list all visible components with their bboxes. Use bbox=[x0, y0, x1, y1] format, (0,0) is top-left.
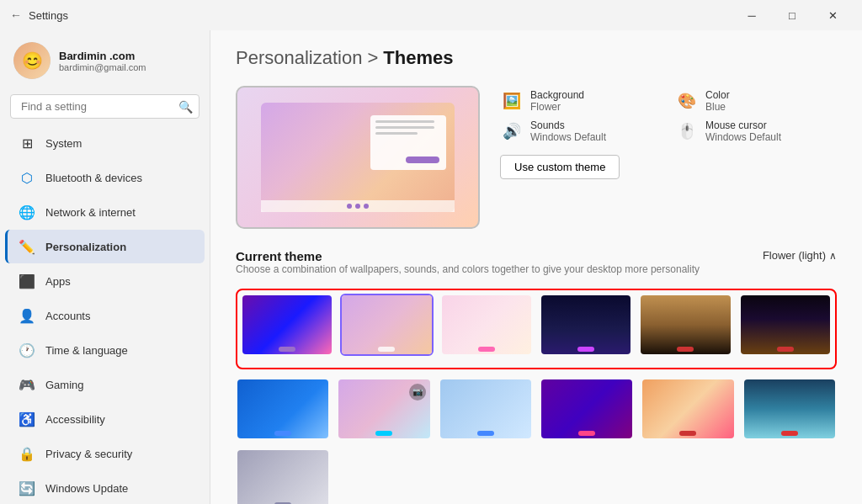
accounts-label: Accounts bbox=[45, 310, 90, 322]
search-icon: 🔍 bbox=[178, 100, 193, 114]
sidebar-item-system[interactable]: ⊞ System bbox=[5, 126, 205, 160]
sidebar-item-privacy[interactable]: 🔒 Privacy & security bbox=[5, 437, 205, 470]
preview-line-3 bbox=[375, 132, 418, 135]
sidebar-item-network[interactable]: 🌐 Network & internet bbox=[5, 195, 205, 229]
update-icon: 🔄 bbox=[19, 480, 35, 496]
theme-thumb-9[interactable] bbox=[439, 378, 533, 441]
sounds-icon: 🔊 bbox=[500, 119, 524, 143]
taskbar-dot-3 bbox=[364, 204, 369, 209]
taskbar-dot-2 bbox=[355, 204, 360, 209]
theme-thumb-8[interactable]: 📷 bbox=[337, 378, 431, 441]
theme-taskbar-9 bbox=[440, 428, 531, 438]
use-custom-theme-button[interactable]: Use custom theme bbox=[500, 155, 620, 179]
theme-taskbar-5 bbox=[641, 344, 730, 354]
breadcrumb-current: Themes bbox=[383, 47, 453, 69]
back-icon[interactable]: ← bbox=[10, 8, 22, 22]
current-theme-info: Current theme Choose a combination of wa… bbox=[236, 249, 700, 285]
sidebar-item-apps[interactable]: ⬛ Apps bbox=[5, 264, 205, 298]
sidebar-item-accounts[interactable]: 👤 Accounts bbox=[5, 299, 205, 332]
background-label: Background bbox=[530, 89, 584, 101]
sidebar-item-bluetooth[interactable]: ⬡ Bluetooth & devices bbox=[5, 161, 205, 194]
sidebar-item-gaming[interactable]: 🎮 Gaming bbox=[5, 368, 205, 401]
preview-line-1 bbox=[375, 120, 434, 123]
privacy-label: Privacy & security bbox=[45, 448, 132, 460]
main-content: Personalization > Themes bbox=[210, 30, 862, 504]
flower-light-label: Flower (light) bbox=[763, 249, 826, 262]
breadcrumb-separator: > bbox=[367, 47, 378, 69]
user-email: bardimin@gmail.com bbox=[59, 62, 146, 72]
themes-grid-row3 bbox=[236, 448, 837, 504]
themes-grid-row1 bbox=[241, 294, 832, 356]
theme-thumb-4[interactable] bbox=[540, 294, 632, 356]
theme-thumb-5[interactable] bbox=[639, 294, 732, 356]
maximize-button[interactable]: □ bbox=[773, 3, 811, 27]
minimize-button[interactable]: ─ bbox=[732, 3, 771, 27]
current-theme-title: Current theme bbox=[236, 249, 700, 263]
sounds-label: Sounds bbox=[530, 119, 606, 131]
close-button[interactable]: ✕ bbox=[813, 3, 852, 27]
preview-btn-strip bbox=[406, 157, 439, 163]
accessibility-label: Accessibility bbox=[45, 413, 105, 426]
gaming-icon: 🎮 bbox=[19, 376, 35, 393]
taskbar-btn-5 bbox=[677, 347, 694, 352]
network-icon: 🌐 bbox=[19, 204, 35, 220]
taskbar-btn-2 bbox=[378, 347, 395, 352]
taskbar-dot-1 bbox=[347, 204, 352, 209]
theme-thumb-13[interactable] bbox=[236, 448, 330, 504]
taskbar-btn-8 bbox=[375, 431, 392, 436]
sidebar-item-personalization[interactable]: ✏️ Personalization bbox=[5, 230, 205, 263]
theme-thumb-10[interactable] bbox=[540, 378, 634, 441]
bluetooth-icon: ⬡ bbox=[19, 169, 35, 186]
theme-thumb-13-bg bbox=[237, 450, 328, 504]
theme-thumb-1[interactable] bbox=[241, 294, 333, 356]
taskbar-btn-3 bbox=[478, 347, 495, 352]
title-bar-left: ← Settings bbox=[10, 8, 68, 22]
theme-thumb-12[interactable] bbox=[742, 378, 837, 441]
privacy-icon: 🔒 bbox=[19, 445, 35, 462]
color-prop: 🎨 Color Blue bbox=[675, 89, 837, 113]
sidebar-nav: ⊞ System ⬡ Bluetooth & devices 🌐 Network… bbox=[0, 125, 210, 504]
sidebar-item-accessibility[interactable]: ♿ Accessibility bbox=[5, 402, 205, 436]
taskbar-btn-1 bbox=[279, 347, 295, 352]
system-icon: ⊞ bbox=[19, 135, 35, 151]
sidebar-item-update[interactable]: 🔄 Windows Update bbox=[5, 471, 205, 504]
background-text: Background Flower bbox=[530, 89, 584, 113]
apps-label: Apps bbox=[45, 275, 71, 288]
color-label: Color bbox=[705, 89, 730, 101]
theme-thumb-7[interactable] bbox=[236, 378, 330, 441]
sidebar-item-time[interactable]: 🕐 Time & language bbox=[5, 333, 205, 367]
taskbar-btn-11 bbox=[679, 431, 696, 436]
apps-icon: ⬛ bbox=[19, 273, 35, 289]
theme-taskbar-13 bbox=[237, 500, 328, 504]
time-icon: 🕐 bbox=[19, 342, 35, 358]
avatar: 😊 bbox=[13, 42, 51, 79]
theme-props: 🖼️ Background Flower 🎨 Color Blue bbox=[500, 89, 837, 143]
current-theme-desc: Choose a combination of wallpapers, soun… bbox=[236, 263, 700, 275]
theme-thumb-11[interactable] bbox=[641, 378, 735, 441]
time-label: Time & language bbox=[45, 344, 128, 357]
taskbar-btn-7 bbox=[274, 431, 291, 436]
theme-preview-section: 🖼️ Background Flower 🎨 Color Blue bbox=[236, 86, 837, 229]
background-icon: 🖼️ bbox=[500, 89, 524, 113]
background-value: Flower bbox=[530, 101, 584, 113]
personalization-label: Personalization bbox=[45, 241, 126, 253]
current-theme-header: Current theme Choose a combination of wa… bbox=[236, 249, 837, 285]
themes-grid-row2: 📷 bbox=[236, 378, 837, 441]
accessibility-icon: ♿ bbox=[19, 411, 35, 427]
sounds-prop: 🔊 Sounds Windows Default bbox=[500, 119, 662, 143]
sounds-value: Windows Default bbox=[530, 131, 606, 143]
preview-lines bbox=[375, 120, 441, 135]
theme-taskbar-7 bbox=[237, 428, 328, 438]
mouse-cursor-text: Mouse cursor Windows Default bbox=[705, 119, 781, 143]
search-box[interactable]: 🔍 bbox=[10, 94, 200, 119]
chevron-up-icon: ∧ bbox=[829, 250, 837, 262]
flower-light[interactable]: Flower (light) ∧ bbox=[763, 249, 837, 262]
theme-taskbar-3 bbox=[442, 344, 531, 354]
theme-thumb-2[interactable] bbox=[340, 294, 433, 356]
theme-thumb-3[interactable] bbox=[440, 294, 533, 356]
mouse-cursor-value: Windows Default bbox=[705, 131, 781, 143]
search-input[interactable] bbox=[10, 94, 200, 119]
system-label: System bbox=[45, 137, 82, 150]
theme-thumb-6[interactable] bbox=[739, 294, 832, 356]
network-label: Network & internet bbox=[45, 206, 136, 219]
